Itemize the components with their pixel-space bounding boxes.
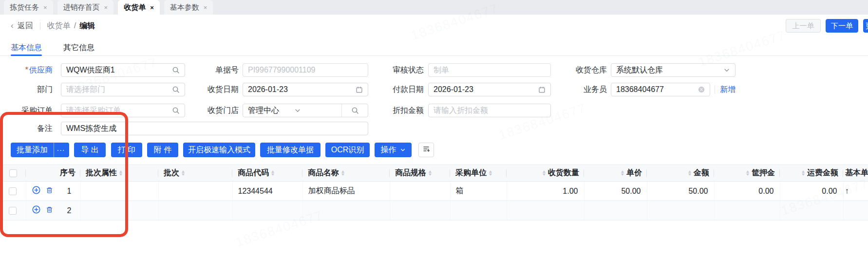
sort-icon[interactable]: ▲▼ [621,170,624,176]
add-row-icon[interactable] [32,186,40,196]
product-spec-cell[interactable] [390,182,450,201]
sort-icon[interactable]: ▲▼ [746,170,750,176]
batch-edit-button[interactable]: 批量修改单据 [260,143,321,157]
sort-icon[interactable]: ▲▼ [489,170,492,176]
breadcrumb-current: 编辑 [79,21,95,31]
header-product-spec[interactable]: 商品规格▲▼ [390,165,450,182]
sort-icon[interactable]: ▲▼ [542,170,546,176]
header-product-name[interactable]: 商品名称▲▼ [302,165,390,182]
calendar-icon[interactable] [356,86,363,93]
receive-store-search-button[interactable] [341,104,368,117]
search-icon[interactable] [172,66,180,74]
close-icon[interactable]: × [104,4,108,11]
header-batch[interactable]: 批次▲▼ [158,165,232,182]
batch-cell[interactable] [158,201,232,220]
batch-cell[interactable] [158,182,232,201]
row-checkbox[interactable] [9,187,17,195]
unit-price-cell[interactable]: 50.00 [584,182,647,201]
basket-deposit-cell[interactable] [714,201,780,220]
sort-icon[interactable]: ▲▼ [119,170,123,176]
form-row: 采购订单 请选择采购订单 收货门店 管理中心 折扣金额 请输入折扣金额 [0,104,868,117]
breadcrumb-separator: / [74,21,76,30]
clear-icon[interactable] [698,86,705,93]
freight-cell[interactable] [780,201,843,220]
select-all-checkbox[interactable] [9,169,17,177]
sort-icon[interactable]: ▲▼ [181,170,185,176]
batch-attr-cell[interactable] [80,182,158,201]
calendar-icon[interactable] [538,86,546,93]
sort-icon[interactable]: ▲▼ [688,170,692,176]
grid-toolbar: 批量添加 ··· 导 出 打 印 附 件 开启极速输入模式 批量修改单据 OCR… [0,143,868,157]
header-freight[interactable]: ▲▼运费金额 [780,165,843,182]
back-button[interactable]: 返回 [18,21,33,31]
prev-order-button[interactable]: 上一单 [786,19,821,33]
department-input[interactable]: 请选择部门 [61,83,185,96]
tab-basic-info[interactable]: 基本信息 [11,40,42,55]
freight-cell[interactable]: 0.00 [780,182,843,201]
close-icon[interactable]: × [150,4,154,11]
discount-input[interactable]: 请输入折扣金额 [428,104,551,117]
purchase-unit-cell[interactable]: 箱 [450,182,507,201]
basket-deposit-cell[interactable]: 0.00 [714,182,780,201]
warehouse-select[interactable]: 系统默认仓库 [611,63,736,77]
more-actions-button-clipped[interactable]: 更多 [863,19,868,33]
row-checkbox[interactable] [9,207,17,215]
purchase-order-input[interactable]: 请选择采购订单 [61,104,185,117]
column-settings-button[interactable] [418,143,434,157]
search-icon[interactable] [172,86,180,93]
add-row-icon[interactable] [32,205,40,216]
header-batch-attr[interactable]: 批次属性▲▼ [80,165,158,182]
header-purchase-unit[interactable]: 采购单位▲▼ [450,165,507,182]
tab-other-info[interactable]: 其它信息 [63,40,94,55]
window-tab-picking-task[interactable]: 拣货任务 × [4,0,53,15]
unit-price-cell[interactable] [584,201,647,220]
salesman-input[interactable]: 18368404677 [611,83,710,96]
header-receive-qty[interactable]: ▲▼收货数量 [507,165,584,182]
window-tab-inventory-home[interactable]: 进销存首页 × [57,0,114,15]
export-button[interactable]: 导 出 [74,143,106,157]
header-product-code[interactable]: 商品代码▲▼ [232,165,302,182]
supplier-input[interactable]: WQW供应商1 [61,63,185,77]
window-tab-basic-params[interactable]: 基本参数 × [164,0,213,15]
close-icon[interactable]: × [204,4,208,11]
sort-icon[interactable]: ▲▼ [341,170,345,176]
delete-row-icon[interactable] [46,206,53,216]
sort-icon[interactable]: ▲▼ [801,170,805,176]
amount-cell[interactable]: 50.00 [647,182,714,201]
close-icon[interactable]: × [43,4,47,11]
batch-add-button[interactable]: 批量添加 [11,145,54,155]
attachment-button[interactable]: 附 件 [147,143,178,157]
receive-store-select[interactable]: 管理中心 [243,104,341,117]
batch-attr-cell[interactable] [80,201,158,220]
product-spec-cell[interactable] [390,201,450,220]
product-code-cell[interactable] [232,201,302,220]
sort-icon[interactable]: ▲▼ [271,170,275,176]
remark-input[interactable]: WMS拣货生成 [61,122,368,135]
receive-qty-cell[interactable]: 1.00 [507,182,584,201]
ocr-button[interactable]: OCR识别 [325,143,370,157]
operate-dropdown-button[interactable]: 操作 [375,143,412,157]
amount-cell[interactable] [647,201,714,220]
product-name-cell[interactable] [302,201,390,220]
search-icon[interactable] [172,107,180,114]
product-name-cell[interactable]: 加权商品标品 [302,182,390,201]
delete-row-icon[interactable] [46,186,53,196]
sort-icon[interactable]: ▲▼ [428,170,432,176]
speed-input-mode-button[interactable]: 开启极速输入模式 [183,143,255,157]
print-button[interactable]: 打 印 [111,143,142,157]
batch-add-more-button[interactable]: ··· [54,143,68,157]
receive-qty-cell[interactable] [507,201,584,220]
pay-date-input[interactable]: 2026-01-23 [428,83,551,96]
add-salesman-link[interactable]: 新增 [720,85,736,95]
receive-date-input[interactable]: 2026-01-23 [243,83,368,96]
purchase-unit-cell[interactable] [450,201,507,220]
items-table: 序号 批次属性▲▼ 批次▲▼ 商品代码▲▼ 商品名称▲▼ 商品规格▲▼ 采购单位… [0,165,868,220]
table-row: 1 12344544 加权商品标品 箱 1.00 50.00 50.00 0.0… [0,182,868,201]
product-code-cell[interactable]: 12344544 [232,182,302,201]
window-tab-receipt[interactable]: 收货单 × [118,0,160,15]
header-amount[interactable]: ▲▼金额 [647,165,714,182]
header-unit-price[interactable]: ▲▼单价 [584,165,647,182]
next-order-button[interactable]: 下一单 [826,19,858,33]
remark-field: 备注 WMS拣货生成 [0,122,368,135]
header-basket-deposit[interactable]: ▲▼筐押金 [714,165,780,182]
